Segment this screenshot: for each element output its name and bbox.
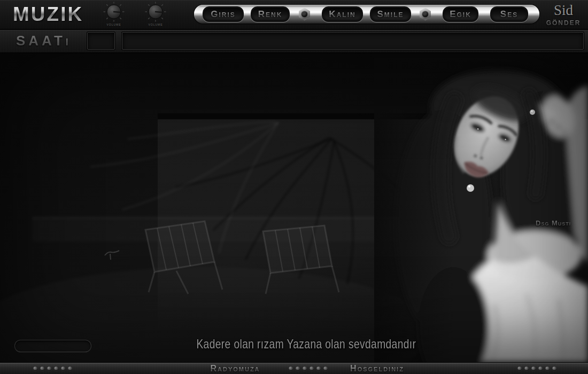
volume-knob-label: VOLUME [144,23,167,26]
rivet-dot [289,367,293,371]
beach-background-art [0,53,588,362]
renk-button[interactable]: Renk [251,6,290,22]
giris-button-label: Giris [211,9,236,20]
send-button-label: GÖNDER [546,19,581,27]
rivet-dot [531,367,536,371]
hex-nut-icon [299,8,310,21]
saati-label: SAATı [16,33,72,49]
smile-button-label: Smile [377,9,404,20]
rivet-dot [54,367,58,371]
clock-value-field[interactable] [87,32,115,50]
kalin-button-label: Kalin [329,9,355,20]
hex-nut-icon [420,8,431,21]
bird-silhouette [105,251,119,260]
main-stage: Kadere olan rızam Yazana olan sevdamdand… [0,53,588,362]
knob-graphic [144,2,167,22]
rivet-dot [303,367,307,371]
clock-bar: SAATı [0,30,588,53]
rivet-dot [61,367,65,371]
rivet-dot [310,367,314,371]
egik-button[interactable]: Egik [443,6,478,22]
nickname-display: Sid [544,2,583,19]
send-button[interactable]: GÖNDER [541,19,586,27]
rivet-dot [538,367,543,371]
rivet-dot [517,367,522,371]
volume-knob-icon[interactable]: VOLUME [102,2,126,26]
rivet-dot [296,367,300,371]
artist-watermark: Dsg Musti [536,219,571,227]
earring-sparkles [467,110,535,192]
kalin-button[interactable]: Kalin [322,6,363,22]
renk-button-label: Renk [258,9,283,20]
giris-button[interactable]: Giris [203,6,244,22]
egik-button-label: Egik [450,9,471,20]
toolbar-strip: Giris Renk Kalin Smile Egik Ses [194,5,539,24]
rivet-dot [545,367,550,371]
app-logo: MUZIK [13,3,83,26]
app-window: MUZIK VOLUME [0,0,588,374]
rivet-dot [68,367,72,371]
rivet-dot [552,367,556,371]
portrait-art [374,53,588,362]
volume-knob-icon[interactable]: VOLUME [144,2,167,26]
header-bar: MUZIK VOLUME [0,0,588,30]
rivet-dot [40,367,44,371]
rivet-dot [323,367,328,371]
rivet-dots-group [517,367,556,371]
bottom-left-pill-button[interactable] [14,340,91,352]
rivet-dot [47,367,51,371]
ses-button-label: Ses [500,9,518,20]
rivet-dot [316,367,321,371]
knob-graphic [102,2,126,22]
footer-hosgeldiniz-label: Hosgeldiniz [338,364,416,373]
rivet-dots-group [289,367,328,371]
rivet-dot [33,367,37,371]
volume-knob-label: VOLUME [102,23,126,26]
ses-button[interactable]: Ses [490,6,528,22]
footer-radyomuza-label: Radyomuza [197,364,274,373]
smile-button[interactable]: Smile [370,6,411,22]
footer-bar: Radyomuza Hosgeldiniz [0,362,588,374]
rivet-dots-group [33,367,72,371]
rivet-dot [524,367,529,371]
message-input[interactable] [122,32,584,50]
